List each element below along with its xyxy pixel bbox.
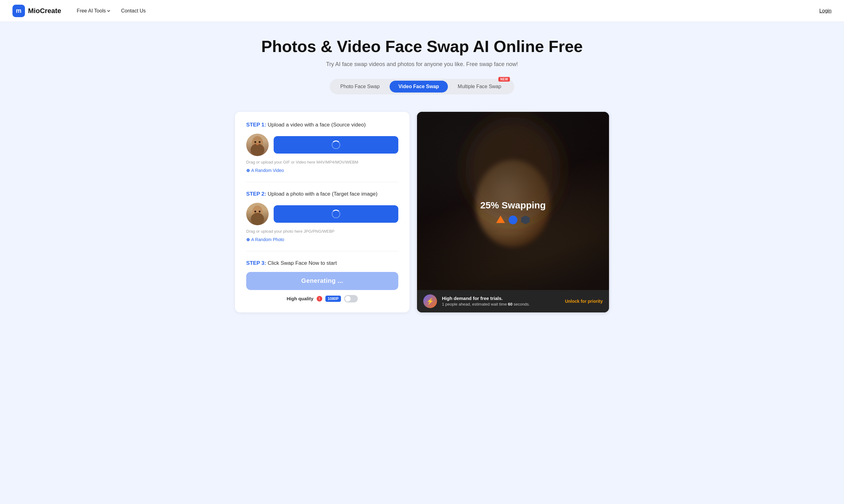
quality-row: High quality ! 1080P [246,295,398,303]
step1-upload-button[interactable] [274,136,398,154]
unlock-priority-link[interactable]: Unlock for priority [565,299,603,304]
left-panel: STEP 1: Upload a video with a face (Sour… [235,112,409,312]
nav-right: Login [820,8,831,14]
triangle-icon [496,216,505,223]
demand-title: High demand for free trials. [442,295,560,301]
info-icon: ! [317,296,322,302]
svg-point-1 [250,144,264,156]
tab-multiple[interactable]: Multiple Face Swap NEW [449,81,513,92]
face-svg-2 [246,203,269,225]
svg-point-4 [256,143,259,145]
step1-title: STEP 1: Upload a video with a face (Sour… [246,122,398,128]
step1-section: STEP 1: Upload a video with a face (Sour… [246,122,398,173]
svg-point-8 [259,211,261,213]
chevron-down-icon [107,9,110,12]
demand-icon: ⚡ [423,294,437,308]
logo-icon: m [13,5,25,17]
svg-point-7 [254,211,256,213]
step2-drag-hint: Drag or upload your photo here JPG/PNG/W… [246,229,398,234]
tabs-container: Photo Face Swap Video Face Swap Multiple… [330,79,514,94]
step1-random-link[interactable]: ⊕ A Random Video [246,168,284,173]
swap-overlay: 25% Swapping [480,200,546,224]
quality-toggle[interactable] [344,295,358,303]
step1-drag-hint: Drag or upload your GIF or Video here M4… [246,160,398,164]
right-panel: 25% Swapping ⚡ High demand for free tria… [417,112,609,312]
quality-badge: 1080P [326,295,341,302]
step2-upload-button[interactable] [274,205,398,223]
svg-point-2 [254,141,256,143]
tabs-wrapper: Photo Face Swap Video Face Swap Multiple… [6,79,838,94]
logo-link[interactable]: m MioCreate [13,5,61,17]
step3-title: STEP 3: Click Swap Face Now to start [246,260,398,266]
swap-percent: 25% Swapping [480,200,546,211]
step2-random-link[interactable]: ⊕ A Random Photo [246,237,284,242]
plus-icon: ⊕ [246,168,250,173]
hero-section: Photos & Video Face Swap AI Online Free … [0,22,844,112]
hexagon-icon [521,216,530,224]
swap-dots [480,216,546,224]
step2-title: STEP 2: Upload a photo with a face (Targ… [246,191,398,197]
step1-spinner [332,141,340,149]
main-content: STEP 1: Upload a video with a face (Sour… [223,112,621,331]
quality-label: High quality [287,296,314,301]
page-title: Photos & Video Face Swap AI Online Free [6,37,838,56]
tab-video[interactable]: Video Face Swap [390,81,447,92]
demand-sub: 1 people ahead, estimated wait time 60 s… [442,302,560,307]
navbar: m MioCreate Free AI Tools Contact Us Log… [0,0,844,22]
step1-upload-row [246,133,398,156]
tab-photo[interactable]: Photo Face Swap [332,81,388,92]
svg-point-3 [259,141,261,143]
hero-subtitle: Try AI face swap videos and photos for a… [6,61,838,68]
circle-icon [509,216,517,224]
brand-name: MioCreate [28,7,61,15]
demand-text: High demand for free trials. 1 people ah… [442,295,560,307]
step2-upload-row [246,203,398,225]
preview-image: 25% Swapping [417,112,609,312]
step2-section: STEP 2: Upload a photo with a face (Targ… [246,182,398,242]
demand-bar: ⚡ High demand for free trials. 1 people … [417,290,609,312]
nav-tools[interactable]: Free AI Tools [77,8,110,14]
step3-section: STEP 3: Click Swap Face Now to start Gen… [246,251,398,303]
generating-button[interactable]: Generating ... [246,272,398,290]
step2-thumbnail [246,203,269,225]
nav-links: Free AI Tools Contact Us [77,8,819,14]
login-link[interactable]: Login [820,8,831,13]
new-badge: NEW [498,77,510,82]
plus-icon-2: ⊕ [246,237,250,242]
face-svg-1 [246,133,269,156]
nav-contact[interactable]: Contact Us [121,8,145,14]
step1-thumbnail [246,133,269,156]
step2-spinner [332,210,340,218]
